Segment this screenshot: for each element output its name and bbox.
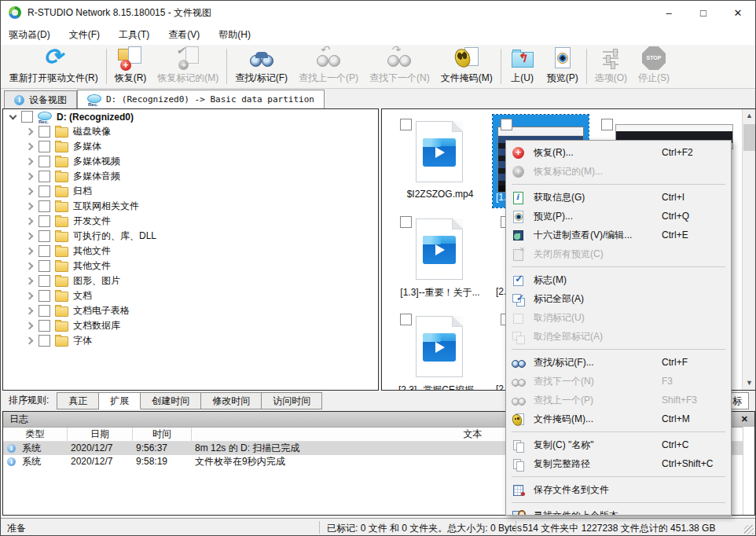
checkbox[interactable] — [39, 171, 50, 182]
maximize-button[interactable]: □ — [686, 2, 721, 24]
toolbar-button-preview[interactable]: 预览(P) — [541, 45, 584, 88]
tree-folder-item[interactable]: 多媒体 — [3, 139, 378, 154]
checkbox[interactable] — [39, 126, 50, 138]
context-menu-item[interactable]: 获取信息(G)Ctrl+I — [506, 188, 731, 207]
menu-item[interactable]: 帮助(H) — [218, 28, 251, 42]
chevron-right-icon[interactable] — [27, 248, 34, 255]
tree-folder-item[interactable]: 可执行的、库、DLL — [3, 229, 378, 244]
tree-folder-item[interactable]: 字体 — [3, 333, 378, 348]
checkbox[interactable] — [400, 314, 412, 325]
sort-tab[interactable]: 访问时间 — [262, 392, 322, 409]
tree-folder-item[interactable]: 归档 — [3, 184, 378, 199]
checkbox[interactable] — [39, 245, 50, 257]
chevron-right-icon[interactable] — [27, 322, 34, 329]
context-menu-item[interactable]: 保存文件名到文件 — [506, 480, 731, 499]
checkbox[interactable] — [400, 119, 412, 130]
checkbox[interactable] — [601, 119, 613, 130]
checkbox[interactable] — [39, 260, 50, 272]
menu-item[interactable]: 驱动器(D) — [9, 28, 50, 42]
checkbox[interactable] — [39, 290, 50, 302]
context-menu-item[interactable]: 查找/标记(F)...Ctrl+F — [506, 353, 731, 372]
tree-folder-item[interactable]: 图形、图片 — [3, 274, 378, 288]
checkbox[interactable] — [400, 216, 412, 228]
menu-item[interactable]: 查看(V) — [168, 28, 200, 42]
chevron-right-icon[interactable] — [27, 218, 34, 225]
menu-item[interactable]: 文件(F) — [69, 28, 100, 42]
tree-folder-item[interactable]: 文档电子表格 — [3, 303, 378, 318]
chevron-right-icon[interactable] — [27, 307, 34, 314]
tree-folder-item[interactable]: 其他文件 — [3, 244, 378, 259]
close-icon[interactable]: ✕ — [741, 414, 748, 424]
sort-tab[interactable]: 修改时间 — [201, 392, 262, 409]
toolbar-button-reopen-drive[interactable]: 重新打开驱动文件(R) — [4, 45, 104, 88]
checkbox[interactable] — [39, 200, 50, 212]
checkbox[interactable] — [39, 230, 50, 242]
checkbox[interactable] — [39, 335, 50, 347]
minimize-button[interactable]: – — [651, 2, 686, 24]
chevron-right-icon[interactable] — [27, 292, 34, 299]
sort-tab[interactable]: 创建时间 — [141, 392, 201, 409]
file-item[interactable]: $I2ZSZOG.mp4 — [392, 115, 488, 207]
chevron-right-icon[interactable] — [27, 188, 34, 195]
checkbox[interactable] — [39, 215, 50, 227]
file-item[interactable]: [1.3]--重要！关于... — [392, 212, 488, 305]
file-item[interactable]: [2.3]--掌握CE挖掘... — [392, 310, 488, 391]
toolbar-button-up-folder[interactable]: 上(U) — [504, 45, 541, 88]
file-panel-scrollbar[interactable]: ▲ ▼ — [742, 109, 756, 390]
tree-folder-item[interactable]: 磁盘映像 — [3, 124, 378, 139]
scroll-up-icon[interactable]: ▲ — [743, 109, 756, 123]
chevron-right-icon[interactable] — [27, 233, 34, 240]
toolbar-button-find-mark[interactable]: 查找/标记(F) — [229, 45, 293, 88]
checkbox[interactable] — [39, 156, 50, 167]
chevron-right-icon[interactable] — [27, 262, 34, 270]
context-menu-item[interactable]: 复制(C) "名称"Ctrl+C — [506, 435, 731, 454]
context-menu-item[interactable]: 恢复(R)...Ctrl+F2 — [506, 143, 731, 162]
log-scrollbar-track[interactable] — [743, 427, 754, 515]
chevron-right-icon[interactable] — [27, 143, 34, 150]
checkbox[interactable] — [21, 111, 33, 123]
log-column-header[interactable]: 日期 — [68, 428, 133, 441]
context-menu-item[interactable]: 标志(M) — [506, 270, 731, 289]
toolbar-button-file-mask[interactable]: 文件掩码(M) — [435, 45, 498, 88]
close-button[interactable]: ✕ — [721, 2, 755, 24]
chevron-right-icon[interactable] — [27, 173, 34, 180]
resize-grip[interactable] — [744, 525, 754, 534]
checkbox[interactable] — [501, 119, 512, 130]
context-menu-item[interactable]: 文件掩码(M)...Ctrl+M — [506, 409, 731, 428]
checkbox[interactable] — [39, 185, 50, 197]
tree-folder-item[interactable]: 多媒体视频 — [3, 154, 378, 169]
toolbar-button-recover[interactable]: 恢复(R) — [109, 45, 152, 88]
sort-tab[interactable]: 扩展 — [99, 392, 141, 409]
tab-recognized-partition[interactable]: Rec. D: (Recognized0) -> Basic data part… — [77, 90, 325, 108]
context-menu-item[interactable]: 寻找文件的上个版本 — [506, 506, 731, 516]
chevron-down-icon[interactable] — [9, 113, 17, 120]
chevron-right-icon[interactable] — [27, 128, 34, 135]
chevron-right-icon[interactable] — [27, 158, 34, 165]
log-column-header[interactable]: 时间 — [133, 428, 192, 441]
tree-folder-item[interactable]: 文档数据库 — [3, 318, 378, 333]
tree-folder-item[interactable]: 文档 — [3, 288, 378, 303]
chevron-right-icon[interactable] — [27, 277, 34, 285]
log-column-header[interactable]: 类型 — [3, 428, 68, 441]
checkbox[interactable] — [39, 141, 50, 152]
context-menu-item[interactable]: 复制完整路径Ctrl+Shift+C — [506, 454, 731, 473]
tree-folder-label: 文档电子表格 — [73, 304, 130, 318]
scrollbar-thumb[interactable] — [743, 124, 755, 151]
context-menu-item[interactable]: 十六进制查看(V)/编辑...Ctrl+E — [506, 226, 731, 244]
chevron-right-icon[interactable] — [27, 203, 34, 210]
tree-folder-item[interactable]: 开发文件 — [3, 214, 378, 229]
scroll-down-icon[interactable]: ▼ — [743, 376, 756, 390]
tree-root-item[interactable]: Rec.D: (Recognized0) — [3, 109, 378, 124]
tree-folder-item[interactable]: 多媒体音频 — [3, 169, 378, 184]
context-menu-item[interactable]: 标记全部(A) — [506, 289, 731, 308]
checkbox[interactable] — [39, 320, 50, 332]
chevron-right-icon[interactable] — [27, 337, 34, 344]
tab-device-view[interactable]: 设备视图 — [4, 90, 77, 108]
checkbox[interactable] — [39, 305, 50, 317]
tree-folder-item[interactable]: 其他文件 — [3, 259, 378, 274]
tree-folder-item[interactable]: 互联网相关文件 — [3, 199, 378, 214]
checkbox[interactable] — [39, 275, 50, 287]
sort-tab[interactable]: 真正 — [57, 392, 99, 409]
menu-item[interactable]: 工具(T) — [119, 28, 149, 42]
context-menu-item[interactable]: 预览(P)...Ctrl+Q — [506, 207, 731, 226]
